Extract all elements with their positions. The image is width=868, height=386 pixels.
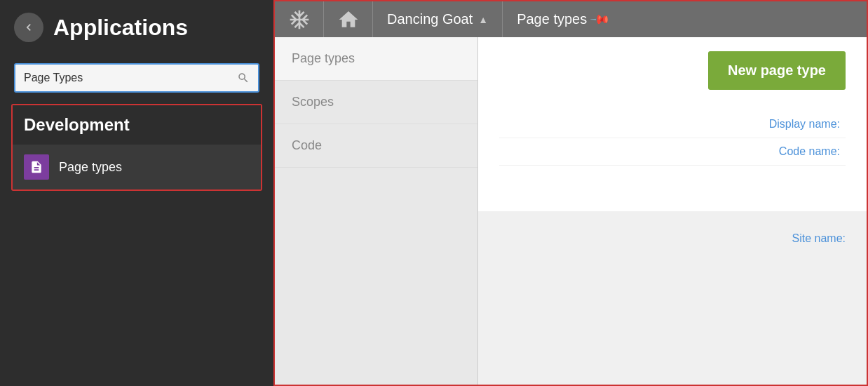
display-name-row: Display name:: [499, 111, 846, 138]
breadcrumb-page-types: Page types: [517, 11, 587, 27]
snowflake-icon-container[interactable]: [275, 1, 324, 37]
code-name-row: Code name:: [499, 138, 846, 166]
breadcrumb-site-name: Dancing Goat: [387, 11, 473, 27]
right-panel: New page type Display name: Code name:: [478, 37, 867, 211]
search-container: [0, 55, 273, 104]
right-content: New page type Display name: Code name: S…: [478, 37, 867, 385]
code-name-label: Code name:: [499, 145, 846, 158]
main-content: Dancing Goat ▲ Page types 📌 Page types S…: [273, 0, 868, 386]
sidebar-header: Applications: [0, 0, 273, 55]
sidebar: Applications Development Page types: [0, 0, 273, 386]
site-name-label: Site name:: [792, 232, 846, 245]
nav-scopes[interactable]: Scopes: [275, 81, 477, 124]
page-type-icon: [24, 154, 49, 180]
bottom-area: Site name:: [478, 211, 867, 385]
pin-icon: 📌: [590, 8, 611, 30]
search-icon: [237, 72, 250, 84]
site-name-row: Site name:: [499, 225, 846, 252]
top-bar: Dancing Goat ▲ Page types 📌: [273, 0, 868, 37]
home-icon: [337, 8, 360, 31]
nav-code[interactable]: Code: [275, 124, 477, 168]
nav-item-label: Page types: [59, 160, 122, 175]
sidebar-title: Applications: [53, 15, 188, 41]
breadcrumb-arrow: ▲: [478, 14, 488, 25]
development-header: Development: [13, 105, 261, 145]
search-box: [14, 63, 259, 93]
sidebar-item-page-types[interactable]: Page types: [13, 145, 261, 189]
search-button[interactable]: [229, 65, 258, 91]
display-name-label: Display name:: [499, 118, 846, 131]
left-nav: Page types Scopes Code: [275, 37, 478, 385]
home-icon-container[interactable]: [324, 1, 373, 37]
content-area: Page types Scopes Code New page type Dis…: [273, 37, 868, 386]
new-page-type-button[interactable]: New page type: [708, 51, 846, 90]
document-icon: [29, 160, 43, 174]
back-icon: [22, 20, 36, 34]
snowflake-icon: [288, 8, 311, 31]
development-section: Development Page types: [11, 104, 262, 191]
search-input[interactable]: [15, 65, 229, 91]
nav-page-types[interactable]: Page types: [275, 37, 477, 81]
breadcrumb-section: Page types 📌: [503, 1, 622, 37]
breadcrumb: Dancing Goat ▲: [373, 1, 503, 37]
back-button[interactable]: [14, 13, 43, 42]
